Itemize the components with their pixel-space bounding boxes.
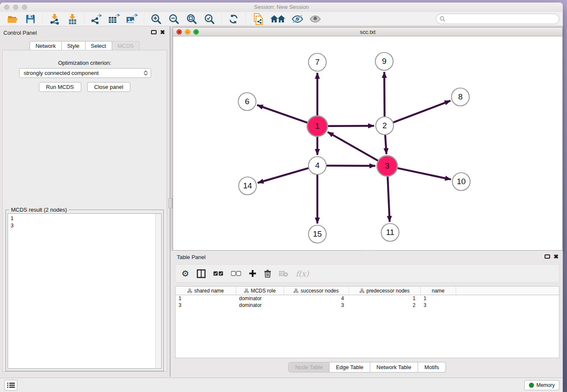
edge-4-to-14[interactable]	[258, 168, 308, 183]
criterion-select[interactable]: strongly connected component	[19, 68, 151, 78]
graph-node-8[interactable]: 8	[451, 88, 469, 106]
edge-3-to-11[interactable]	[388, 177, 390, 222]
svg-text:6: 6	[245, 97, 250, 106]
memory-label: Memory	[537, 382, 555, 388]
import-table-icon[interactable]	[66, 14, 78, 25]
import-network-icon[interactable]	[49, 14, 61, 25]
graph-node-9[interactable]: 9	[375, 52, 393, 70]
graph-node-3[interactable]: 3	[377, 156, 397, 176]
column-header-mcds-role[interactable]: MCDS role	[236, 287, 284, 295]
table-cell[interactable]: 3	[284, 302, 349, 309]
network-window-title: scc.txt	[173, 29, 562, 35]
function-builder-icon[interactable]: f(x)	[296, 269, 309, 278]
table-row[interactable]: 3dominator323	[176, 302, 559, 309]
table-tab-edge-table[interactable]: Edge Table	[330, 362, 370, 373]
memory-button[interactable]: Memory	[524, 380, 559, 390]
table-cell[interactable]: 1	[349, 295, 421, 302]
table-settings-gear-icon[interactable]: ⚙	[182, 269, 189, 278]
delete-column-trash-icon[interactable]	[264, 269, 271, 278]
table-cell[interactable]: 4	[284, 295, 349, 302]
edge-1-to-6[interactable]	[257, 105, 308, 123]
svg-text:4: 4	[315, 161, 320, 170]
hide-selected-icon[interactable]	[292, 14, 303, 25]
zoom-selected-icon[interactable]	[204, 14, 215, 25]
control-panel-close-icon[interactable]: ✖	[160, 30, 165, 35]
table-panel-close-icon[interactable]: ✖	[553, 254, 559, 259]
apply-layout-icon[interactable]	[270, 14, 286, 25]
graph-node-1[interactable]: 1	[307, 116, 328, 136]
export-network-icon[interactable]	[91, 14, 102, 25]
column-header-predecessor-nodes[interactable]: predecessor nodes	[349, 287, 421, 295]
zoom-out-icon[interactable]	[168, 14, 180, 25]
edge-4-to-3[interactable]	[327, 166, 375, 166]
refresh-view-icon[interactable]	[228, 14, 239, 25]
copy-current-view-icon[interactable]	[252, 14, 264, 25]
table-cell[interactable]: dominator	[236, 295, 284, 302]
edge-2-to-8[interactable]	[394, 101, 451, 122]
open-file-icon[interactable]	[7, 14, 19, 25]
criterion-selected-value: strongly connected component	[24, 70, 99, 76]
network-canvas[interactable]: 7968124314101511	[173, 36, 562, 250]
task-history-list-icon[interactable]	[4, 380, 17, 391]
search-input[interactable]	[436, 14, 559, 24]
table-body: 1dominator4113dominator323	[176, 295, 559, 309]
table-cell[interactable]: 1	[176, 295, 236, 302]
node-table: shared nameMCDS rolesuccessor nodesprede…	[175, 286, 559, 358]
select-all-columns-icon[interactable]	[213, 271, 223, 276]
table-cell[interactable]: 3	[176, 302, 236, 309]
toolbar-separator	[42, 14, 43, 25]
edge-3-to-1[interactable]	[328, 132, 378, 161]
zoom-in-icon[interactable]	[150, 14, 162, 25]
edge-3-to-10[interactable]	[397, 168, 451, 179]
edge-1-to-2[interactable]	[328, 126, 374, 126]
create-column-plus-icon[interactable]	[249, 270, 256, 277]
graph-node-2[interactable]: 2	[376, 117, 394, 135]
control-panel-float-icon[interactable]	[151, 30, 157, 34]
table-panel: Table Panel ✖ ⚙ f(x)	[171, 251, 563, 377]
graph-node-6[interactable]: 6	[238, 93, 256, 110]
export-table-icon[interactable]	[108, 14, 120, 25]
table-tab-node-table[interactable]: Node Table	[288, 362, 330, 373]
zoom-fit-icon[interactable]	[186, 14, 198, 25]
graph-node-11[interactable]: 11	[381, 224, 399, 241]
edge-2-to-9[interactable]	[384, 72, 385, 116]
table-cell[interactable]: 2	[349, 302, 421, 309]
tab-select[interactable]: Select	[85, 41, 112, 51]
column-header-shared-name[interactable]: shared name	[176, 287, 236, 295]
tab-network[interactable]: Network	[30, 41, 62, 51]
tab-style[interactable]: Style	[62, 41, 85, 51]
graph-node-7[interactable]: 7	[308, 53, 326, 71]
result-scrollbar[interactable]	[155, 214, 161, 368]
show-columns-icon[interactable]	[197, 269, 206, 278]
tab-mcds[interactable]: MCDS	[112, 41, 140, 51]
table-cell[interactable]: 3	[421, 302, 456, 309]
graph-node-10[interactable]: 10	[452, 173, 470, 190]
table-tab-motifs[interactable]: Motifs	[418, 362, 446, 373]
edge-2-to-3[interactable]	[385, 135, 386, 154]
column-header-label: successor nodes	[300, 288, 339, 294]
column-header-successor-nodes[interactable]: successor nodes	[284, 287, 349, 295]
export-image-icon[interactable]	[126, 14, 138, 25]
graph-node-14[interactable]: 14	[239, 177, 256, 195]
mcds-result-values: 1 3	[11, 215, 14, 229]
table-cell[interactable]: 1	[421, 295, 456, 302]
svg-text:9: 9	[382, 57, 387, 66]
graph-node-15[interactable]: 15	[308, 225, 326, 243]
table-row[interactable]: 1dominator411	[176, 295, 559, 302]
show-all-icon[interactable]	[309, 14, 321, 25]
save-session-icon[interactable]	[25, 14, 36, 25]
control-panel-title: Control Panel	[3, 30, 37, 36]
column-header-label: shared name	[194, 288, 224, 294]
table-panel-float-icon[interactable]	[545, 254, 550, 259]
run-mcds-button[interactable]: Run MCDS	[39, 82, 81, 92]
unselect-all-columns-icon[interactable]	[231, 271, 241, 276]
close-panel-button[interactable]: Close panel	[87, 82, 131, 92]
graph-node-4[interactable]: 4	[308, 157, 326, 174]
column-header-label: MCDS role	[251, 288, 276, 294]
table-cell[interactable]: dominator	[236, 302, 284, 309]
delete-table-icon[interactable]	[279, 270, 288, 277]
column-header-name[interactable]: name	[421, 287, 456, 295]
panel-divider-handle[interactable]	[168, 198, 173, 208]
table-tab-network-table[interactable]: Network Table	[370, 362, 418, 373]
control-panel-tabs: NetworkStyleSelectMCDS	[0, 41, 169, 51]
